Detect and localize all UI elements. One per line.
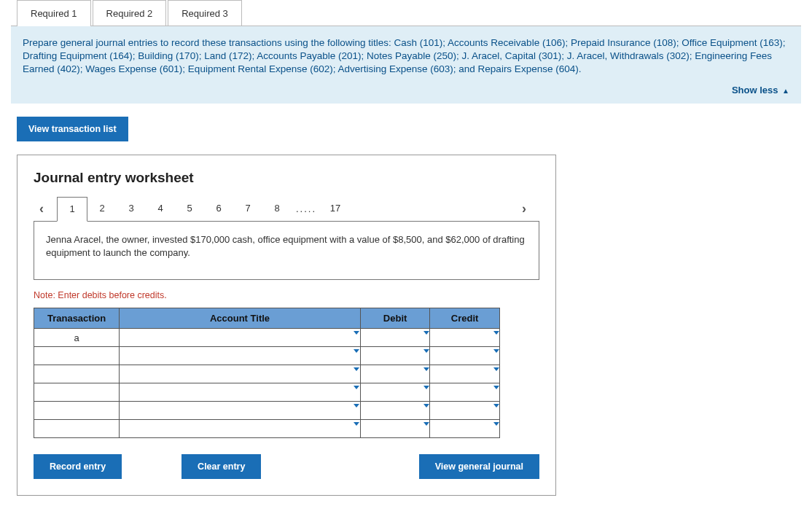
dropdown-icon [354,420,360,437]
dropdown-icon [354,365,360,383]
tab-required-3[interactable]: Required 3 [168,0,242,26]
dropdown-icon [423,420,429,437]
cell-account-title[interactable] [120,365,361,383]
requirement-tabs: Required 1 Required 2 Required 3 [17,0,801,26]
cell-transaction[interactable]: a [34,329,120,347]
chevron-right-icon[interactable]: › [516,201,532,217]
tab-required-2[interactable]: Required 2 [93,0,167,26]
dropdown-icon [493,365,499,383]
clear-entry-button[interactable]: Clear entry [181,454,261,479]
instruction-box: Prepare general journal entries to recor… [11,26,801,104]
cell-debit[interactable] [360,402,429,420]
view-transaction-list-button[interactable]: View transaction list [17,117,128,141]
dropdown-icon [354,383,360,401]
cell-transaction[interactable] [34,383,120,402]
cell-transaction[interactable] [34,420,120,438]
page-tab-4[interactable]: 4 [146,197,175,220]
cell-debit[interactable] [360,347,429,365]
page-tab-8[interactable]: 8 [262,197,292,220]
page-ellipsis: ..... [292,203,321,214]
dropdown-icon [354,347,360,365]
dropdown-icon [493,383,499,401]
dropdown-icon [493,329,499,346]
cell-account-title[interactable] [120,420,361,438]
header-account-title: Account Title [120,308,361,329]
header-credit: Credit [430,308,500,329]
cell-account-title[interactable] [120,383,361,402]
cell-debit[interactable] [360,420,429,438]
dropdown-icon [423,347,429,365]
cell-credit[interactable] [430,420,500,438]
page-tab-17[interactable]: 17 [321,197,350,220]
chevron-left-icon[interactable]: ‹ [34,201,50,217]
table-row [34,402,500,420]
worksheet-pager: ‹ 1 2 3 4 5 6 7 8 ..... 17 › [34,196,539,221]
dropdown-icon [423,329,429,346]
worksheet-buttons: Record entry Clear entry View general jo… [34,454,539,479]
header-debit: Debit [360,308,429,329]
page-tab-3[interactable]: 3 [117,197,146,220]
cell-account-title[interactable] [120,329,361,347]
dropdown-icon [493,402,499,419]
debits-before-credits-note: Note: Enter debits before credits. [34,290,539,300]
show-less-toggle[interactable]: Show less ▲ [23,84,789,97]
cell-debit[interactable] [360,365,429,383]
view-general-journal-button[interactable]: View general journal [419,454,539,479]
cell-credit[interactable] [430,402,500,420]
cell-debit[interactable] [360,329,429,347]
cell-transaction[interactable] [34,365,120,383]
cell-transaction[interactable] [34,347,120,365]
cell-credit[interactable] [430,365,500,383]
dropdown-icon [423,402,429,419]
table-row [34,365,500,383]
dropdown-icon [423,383,429,401]
page-tab-2[interactable]: 2 [87,197,117,220]
dropdown-icon [354,402,360,419]
page-tab-7[interactable]: 7 [233,197,262,220]
record-entry-button[interactable]: Record entry [34,454,122,479]
table-row: a [34,329,500,347]
table-row [34,347,500,365]
dropdown-icon [354,329,360,346]
table-row [34,420,500,438]
journal-entry-worksheet: Journal entry worksheet ‹ 1 2 3 4 5 6 7 … [17,155,556,496]
cell-credit[interactable] [430,329,500,347]
cell-credit[interactable] [430,347,500,365]
tab-required-1[interactable]: Required 1 [17,0,91,26]
show-less-label: Show less [732,85,778,96]
cell-account-title[interactable] [120,402,361,420]
transaction-description: Jenna Aracel, the owner, invested $170,0… [34,221,539,280]
table-row [34,383,500,402]
page-tab-5[interactable]: 5 [175,197,204,220]
cell-account-title[interactable] [120,347,361,365]
page-tab-1[interactable]: 1 [57,197,87,222]
dropdown-icon [493,420,499,437]
header-transaction: Tranasaction [34,308,120,329]
journal-entry-table: Tranasaction Account Title Debit Credit … [34,308,500,438]
instruction-text: Prepare general journal entries to recor… [23,37,786,74]
dropdown-icon [493,347,499,365]
cell-transaction[interactable] [34,402,120,420]
caret-up-icon: ▲ [782,87,789,95]
dropdown-icon [423,365,429,383]
cell-debit[interactable] [360,383,429,402]
cell-credit[interactable] [430,383,500,402]
page-tab-6[interactable]: 6 [204,197,233,220]
worksheet-title: Journal entry worksheet [34,170,539,186]
